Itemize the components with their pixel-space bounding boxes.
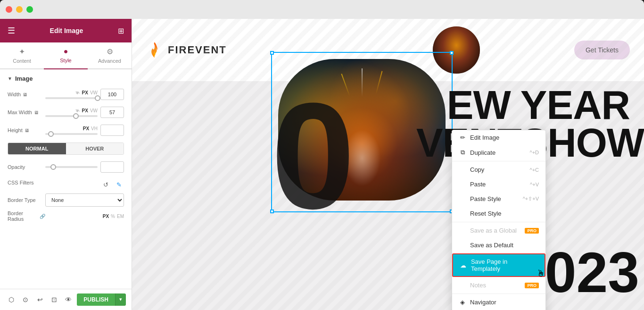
ctx-edit-image-label: ✏ Edit Image — [459, 134, 499, 141]
panel-footer: ⬡ ⊙ ↩ ⊡ 👁 PUBLISH ▾ — [0, 289, 132, 310]
opacity-input[interactable] — [100, 161, 124, 173]
tab-advanced-label: Advanced — [98, 58, 121, 64]
height-input[interactable] — [100, 125, 124, 136]
max-width-slider-track[interactable] — [45, 115, 98, 117]
max-width-slider-thumb[interactable] — [73, 113, 79, 119]
normal-button[interactable]: NORMAL — [8, 143, 66, 154]
style-tab-icon: ● — [64, 47, 68, 56]
width-responsive-icon: 🖥 — [23, 92, 27, 97]
height-label: Height 🖥 — [8, 127, 45, 133]
ctx-save-default[interactable]: Save as Default — [452, 238, 545, 252]
notes-badge: PRO — [525, 283, 539, 288]
width-slider-thumb[interactable] — [95, 95, 100, 101]
height-responsive-icon: 🖥 — [25, 128, 29, 133]
br-unit-px[interactable]: PX — [103, 214, 109, 219]
grid-icon[interactable]: ⊞ — [118, 26, 124, 35]
save-templately-icon: ☁ — [460, 262, 467, 269]
logo-area: FIREVENT — [146, 42, 227, 59]
width-slider-track[interactable] — [45, 97, 98, 99]
opacity-controls — [45, 166, 98, 168]
ctx-save-templately[interactable]: ☁ Save Page in Templately — [452, 253, 545, 277]
css-filter-edit-icon[interactable]: ✎ — [114, 179, 124, 190]
panel-menu-icon[interactable]: ☰ — [8, 25, 15, 36]
ctx-save-global[interactable]: Save as a Global PRO — [452, 223, 545, 238]
width-field-row: Width 🖥 ⅌ PX VW 100 — [8, 89, 124, 100]
ctx-paste-shortcut: ^+V — [530, 182, 539, 187]
ctx-paste[interactable]: Paste ^+V — [452, 177, 545, 192]
br-unit-percent[interactable]: % — [111, 214, 115, 219]
section-arrow-icon: ▼ — [8, 76, 12, 81]
ctx-copy[interactable]: Copy ^+C — [452, 162, 545, 177]
max-width-percent-icon: ⅌ — [75, 108, 80, 113]
ctx-paste-style-shortcut: ^+⇧+V — [523, 196, 539, 202]
tab-style-label: Style — [60, 58, 71, 63]
tab-content-label: Content — [13, 58, 31, 64]
responsive-icon[interactable]: ⊡ — [49, 293, 60, 306]
resize-handle-tl[interactable] — [270, 51, 274, 55]
layers-icon[interactable]: ⬡ — [6, 293, 17, 306]
normal-hover-bar: NORMAL HOVER — [8, 142, 124, 155]
width-unit-vw[interactable]: VW — [90, 90, 98, 95]
br-unit-em[interactable]: EM — [117, 214, 124, 219]
publish-button-group: PUBLISH ▾ — [77, 293, 126, 306]
ctx-paste-label: Paste — [459, 181, 486, 188]
logo-text: FIREVENT — [168, 44, 227, 56]
width-controls: ⅌ PX VW — [45, 90, 98, 99]
publish-button[interactable]: PUBLISH — [77, 293, 115, 306]
context-menu: ✏ Edit Image ⧉ Duplicate ^+D — [452, 130, 546, 310]
max-width-unit-px[interactable]: PX — [82, 108, 88, 113]
advanced-tab-icon: ⚙ — [107, 47, 113, 56]
css-filter-refresh-icon[interactable]: ↺ — [100, 179, 111, 190]
ctx-notes[interactable]: Notes PRO — [452, 278, 545, 293]
max-width-units: ⅌ PX VW — [45, 108, 98, 113]
ctx-copy-label: Copy — [459, 166, 484, 173]
ctx-reset-style[interactable]: Reset Style — [452, 206, 545, 221]
ctx-duplicate-shortcut: ^+D — [529, 150, 539, 155]
max-width-label: Max Width 🖥 — [8, 109, 45, 115]
duplicate-icon: ⧉ — [459, 149, 466, 156]
minimize-button[interactable] — [16, 6, 23, 13]
height-slider-track[interactable] — [45, 133, 98, 135]
ctx-divider-3 — [452, 293, 545, 294]
ctx-notes-label: Notes — [459, 282, 486, 289]
width-unit-px[interactable]: PX — [82, 90, 88, 95]
ctx-divider-2 — [452, 222, 545, 222]
maximize-button[interactable] — [26, 6, 33, 13]
border-radius-link-icon: 🔗 — [40, 214, 45, 219]
objects-icon[interactable]: ⊙ — [20, 293, 31, 306]
ctx-duplicate[interactable]: ⧉ Duplicate ^+D — [452, 145, 545, 160]
width-percent-icon: ⅌ — [75, 90, 80, 95]
main-canvas[interactable]: FIREVENT Get Tickets 0 — [132, 19, 644, 310]
ctx-save-templately-label: ☁ Save Page in Templately — [460, 258, 538, 272]
save-global-badge: PRO — [525, 228, 539, 234]
resize-handle-tr[interactable] — [450, 51, 454, 55]
get-tickets-button[interactable]: Get Tickets — [574, 41, 630, 59]
visibility-icon[interactable]: 👁 — [63, 293, 74, 306]
ctx-duplicate-label: ⧉ Duplicate — [459, 149, 495, 156]
height-unit-px[interactable]: PX — [83, 126, 89, 131]
width-input[interactable]: 100 — [100, 89, 124, 100]
height-unit-vh[interactable]: VH — [91, 126, 98, 131]
opacity-slider-thumb[interactable] — [50, 164, 56, 170]
tab-style[interactable]: ● Style — [44, 42, 88, 69]
tab-advanced[interactable]: ⚙ Advanced — [88, 42, 132, 69]
close-button[interactable] — [6, 6, 12, 13]
ctx-edit-image[interactable]: ✏ Edit Image — [452, 130, 545, 145]
ctx-navigator[interactable]: ◈ Navigator — [452, 295, 545, 310]
ctx-reset-style-label: Reset Style — [459, 210, 501, 217]
publish-arrow-button[interactable]: ▾ — [115, 293, 126, 306]
banner-area: FIREVENT Get Tickets 0 — [132, 19, 644, 310]
max-width-unit-vw[interactable]: VW — [90, 108, 98, 113]
panel-content: ▼ Image Width 🖥 ⅌ PX VW — [0, 69, 132, 289]
max-width-input[interactable]: 57 — [100, 107, 124, 118]
hover-button[interactable]: HOVER — [66, 143, 124, 154]
border-type-select[interactable]: None Solid Dashed Dotted Double — [45, 193, 124, 207]
history-icon[interactable]: ↩ — [34, 293, 46, 306]
opacity-slider-track[interactable] — [45, 166, 98, 168]
tab-content[interactable]: ✦ Content — [0, 42, 44, 69]
ctx-divider-1 — [452, 161, 545, 161]
ctx-paste-style[interactable]: Paste Style ^+⇧+V — [452, 192, 545, 206]
height-slider-thumb[interactable] — [48, 131, 54, 137]
border-type-label: Border Type — [8, 197, 45, 203]
image-section-header: ▼ Image — [8, 75, 124, 82]
